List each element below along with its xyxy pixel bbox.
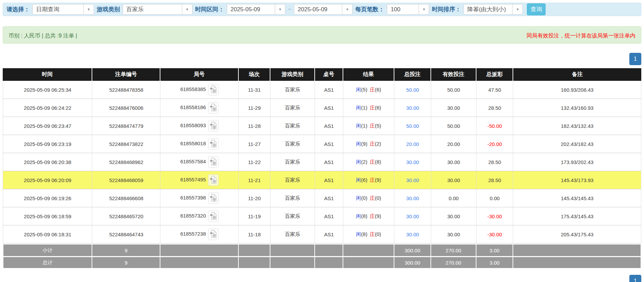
cell-round: 618557398 [160, 189, 239, 207]
player-result-value: (1) [361, 105, 367, 110]
cell-result: 闲(0)庄(0) [343, 189, 394, 207]
video-replay-button[interactable] [208, 84, 219, 95]
player-result-value: (6) [361, 177, 367, 183]
time-sort-label: 时间排序： [432, 5, 461, 13]
col-header-bet-id: 注单编号 [92, 68, 160, 81]
video-replay-button[interactable] [208, 210, 219, 222]
cell-payout: 0.00 [476, 189, 514, 207]
cell-session: 11-18 [239, 225, 270, 243]
game-type-label: 游戏类别 [97, 5, 120, 13]
bet-records-table: 时间 注单编号 局号 场次 游戏类别 桌号 结果 总投注 有效投注 总派彩 备注… [3, 68, 641, 269]
cell-bet-id: 522488476006 [92, 99, 160, 117]
cell-game-type: 百家乐 [270, 153, 315, 171]
video-replay-button[interactable] [208, 228, 219, 240]
banker-result-label: 庄 [370, 213, 375, 219]
total-bet-link[interactable]: 30.00 [406, 105, 419, 111]
cell-game-type: 百家乐 [270, 189, 315, 207]
page-1-button[interactable]: 1 [629, 275, 641, 282]
total-bet-link[interactable]: 30.00 [406, 232, 419, 237]
total-bet-link[interactable]: 30.00 [406, 195, 419, 201]
page-1-button[interactable]: 1 [629, 53, 641, 65]
video-replay-button[interactable] [208, 156, 219, 168]
banker-result-value: (0) [375, 231, 381, 237]
cell-time: 2025-05-09 06:19:26 [3, 189, 92, 207]
cell-round: 618558385 [160, 81, 239, 99]
cell-total-bet: 50.00 [394, 117, 431, 135]
cell-note: 182.43/132.43 [513, 117, 641, 135]
cell-result: 闲(8)庄(0) [343, 225, 394, 243]
cell-note: 173.93/202.43 [513, 153, 641, 171]
video-replay-button[interactable] [208, 138, 219, 150]
total-bet-link[interactable]: 50.00 [406, 123, 419, 129]
cell-table: AS1 [315, 153, 343, 171]
subtotal-row: 小计 9 300.00 270.00 3.00 [3, 243, 641, 256]
betting-records-page: 请选择： 日期查询 ▼ 游戏类别 百家乐 ▼ 时间区间： 2025-05-09 … [0, 0, 644, 282]
range-separator: ~ [288, 6, 291, 13]
table-row: 2025-05-09 06:25:34522488478358618558385… [3, 81, 641, 99]
banker-result-label: 庄 [370, 159, 375, 165]
total-bet-link[interactable]: 30.00 [406, 213, 419, 219]
time-sort-select[interactable]: 降幂(由大到小) ▼ [464, 4, 523, 15]
player-result-label: 闲 [356, 123, 361, 129]
cell-valid-bet: 30.00 [431, 207, 476, 225]
round-number: 618557398 [180, 195, 206, 201]
video-replay-button[interactable] [208, 102, 219, 114]
cell-session: 11-29 [239, 99, 270, 117]
date-from-value: 2025-05-09 [227, 6, 264, 13]
player-result-value: (0) [361, 195, 367, 201]
cell-note: 175.43/145.43 [513, 207, 641, 225]
table-row: 2025-05-09 06:18:31522488464743618557238… [3, 225, 641, 243]
video-file-icon [210, 121, 217, 131]
cell-session: 11-20 [239, 189, 270, 207]
round-number: 618558385 [180, 86, 206, 92]
cell-result: 闲(9)庄(2) [343, 135, 394, 153]
game-type-select[interactable]: 百家乐 ▼ [123, 4, 192, 15]
video-replay-button[interactable] [208, 120, 219, 132]
cell-total-bet: 30.00 [394, 171, 431, 189]
date-from-select[interactable]: 2025-05-09 ▼ [227, 4, 285, 15]
chevron-down-icon: ▼ [342, 4, 352, 14]
total-bet-link[interactable]: 30.00 [406, 177, 419, 183]
player-result-label: 闲 [356, 87, 361, 92]
cell-valid-bet: 30.00 [431, 153, 476, 171]
query-type-select[interactable]: 日期查询 ▼ [32, 4, 94, 15]
total-payout: 3.00 [476, 256, 514, 269]
cell-payout: -30.00 [476, 225, 514, 243]
total-bet-link[interactable]: 50.00 [406, 87, 419, 93]
cell-total-bet: 30.00 [394, 189, 431, 207]
cell-valid-bet: 30.00 [431, 171, 476, 189]
video-replay-button[interactable] [208, 192, 219, 204]
date-to-select[interactable]: 2025-05-09 ▼ [294, 4, 352, 15]
video-file-icon [210, 103, 217, 113]
cell-game-type: 百家乐 [270, 81, 315, 99]
total-bet-link[interactable]: 20.00 [406, 141, 419, 147]
cell-time: 2025-05-09 06:18:59 [3, 207, 92, 225]
col-header-total-bet: 总投注 [394, 68, 431, 81]
cell-result: 闲(1)庄(6) [343, 99, 394, 117]
cell-time: 2025-05-09 06:23:47 [3, 117, 92, 135]
date-to-value: 2025-05-09 [294, 6, 331, 13]
cell-game-type: 百家乐 [270, 135, 315, 153]
player-result-value: (2) [361, 159, 367, 165]
page-size-value: 100 [387, 6, 404, 13]
banker-result-value: (9) [375, 177, 381, 183]
cell-result: 闲(2)庄(8) [343, 153, 394, 171]
subtotal-payout: 3.00 [476, 243, 514, 256]
search-button[interactable]: 查询 [527, 3, 546, 15]
banker-result-value: (6) [375, 105, 381, 110]
total-empty-cell [160, 256, 239, 269]
page-size-select[interactable]: 100 ▼ [387, 4, 429, 15]
total-empty-cell [513, 256, 641, 269]
cell-round: 618557495 [160, 171, 239, 189]
player-result-value: (1) [361, 123, 367, 129]
col-header-note: 备注 [513, 68, 641, 81]
video-file-icon [210, 85, 217, 94]
cell-note: 145.43/145.43 [513, 189, 641, 207]
col-header-game-type: 游戏类别 [270, 68, 315, 81]
filter-bar: 请选择： 日期查询 ▼ 游戏类别 百家乐 ▼ 时间区间： 2025-05-09 … [3, 3, 641, 16]
col-header-payout: 总派彩 [476, 68, 514, 81]
video-replay-button[interactable] [208, 174, 219, 186]
cell-payout: 28.50 [476, 99, 514, 117]
subtotal-empty-cell [315, 243, 343, 256]
total-bet-link[interactable]: 30.00 [406, 159, 419, 165]
